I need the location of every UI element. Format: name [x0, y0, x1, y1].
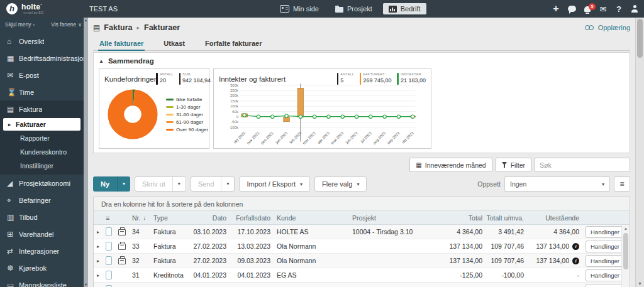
sidebar-item-e-post[interactable]: ✉E-post	[0, 67, 88, 84]
sidebar-item-faktura[interactable]: ▤Faktura	[0, 100, 88, 117]
send-caret-button[interactable]: ▾	[221, 177, 234, 191]
breadcrumb-section[interactable]: Faktura	[104, 23, 132, 32]
mail-icon[interactable]: ✉	[599, 4, 608, 14]
filter-button[interactable]: Filter	[496, 158, 531, 172]
legend-item: Ikke forfalte	[166, 97, 208, 102]
printer-icon[interactable]	[118, 229, 126, 236]
scroll-up-icon[interactable]: ▲	[624, 226, 628, 230]
brand[interactable]: h holte° - en del av EG	[0, 3, 88, 15]
page-scrollbar[interactable]: ▼	[635, 18, 644, 287]
sidebar-item-rapporter[interactable]: Rapporter	[0, 131, 88, 145]
sidebar-item-kjorebok[interactable]: ☸Kjørebok	[0, 259, 88, 276]
sidebar-item-fakturaer[interactable]: ▸Fakturaer	[3, 118, 80, 131]
stat-value: 942 184,94	[182, 78, 211, 84]
column-header-utestaende[interactable]: Utestående	[527, 211, 582, 224]
topbar-nav-prosjekt[interactable]: Prosjekt	[330, 3, 378, 14]
cell-dato: 03.10.2023	[191, 225, 230, 239]
column-header-forfallsdato[interactable]: Forfallsdato	[230, 211, 274, 224]
stat-color-bar	[179, 73, 181, 85]
help-icon[interactable]: ?	[614, 4, 623, 14]
sidebar-item-befaringer[interactable]: ⌖Befaringer	[0, 192, 88, 208]
sidebar-item-kundereskontro[interactable]: Kundereskontro	[0, 145, 88, 159]
new-button[interactable]: Ny▾	[93, 176, 130, 192]
row-expand-icon[interactable]: ▸	[94, 283, 103, 287]
layout-select[interactable]: Ingen▾	[504, 176, 610, 192]
table-scroll-thumb[interactable]	[623, 233, 628, 269]
add-icon[interactable]: +	[552, 4, 560, 14]
notifications-icon[interactable]: 5	[583, 6, 592, 12]
sidebar-item-innstillinger[interactable]: Innstillinger	[0, 159, 88, 173]
scroll-down-icon[interactable]: ▼	[636, 281, 644, 286]
summary-toggle[interactable]: ▲ Sammendrag	[99, 56, 625, 66]
search-input[interactable]	[535, 158, 630, 172]
printer-icon[interactable]	[118, 258, 126, 264]
training-link[interactable]: Opplæring	[585, 24, 630, 31]
sidebar-item-bedriftsadministrasjon[interactable]: ▦Bedriftsadministrasjon	[0, 50, 88, 67]
current-month-button[interactable]: ▦Inneværende måned	[409, 158, 492, 172]
page-scroll-thumb[interactable]	[637, 19, 643, 58]
info-icon[interactable]: i	[572, 257, 579, 264]
more-options-button[interactable]: Flere valg▾	[314, 176, 367, 192]
group-drop-zone[interactable]: Dra en kolonne hit for å sortere på den …	[94, 197, 630, 211]
scroll-up-icon[interactable]: ▲	[84, 18, 87, 22]
tab-alle-fakturaer[interactable]: Alle fakturaer	[98, 36, 145, 51]
row-actions-button[interactable]: Handlinger▾	[586, 241, 621, 252]
row-actions-button[interactable]: Handlinger▾	[586, 226, 621, 238]
sidebar-scrollbar[interactable]: ▲ ▼	[84, 18, 88, 287]
sidebar-item-varehandel[interactable]: ⊞Varehandel	[0, 225, 88, 242]
row-actions-button[interactable]: Handlinger▾	[586, 284, 621, 287]
user-icon[interactable]	[630, 5, 639, 13]
invoice-icon: ▤	[93, 23, 100, 32]
sidebar-item-mannskapsliste[interactable]: ▭Mannskapsliste	[0, 276, 88, 287]
column-header-prosjekt[interactable]: Prosjekt	[349, 211, 445, 224]
svg-text:mai 2023: mai 2023	[330, 131, 345, 145]
tab-forfalte-fakturaer[interactable]: Forfalte fakturaer	[204, 36, 263, 51]
scroll-down-icon[interactable]: ▼	[84, 283, 87, 286]
row-checkbox[interactable]	[106, 227, 112, 236]
tab-utkast[interactable]: Utkast	[162, 36, 186, 51]
row-expand-icon[interactable]: ▸	[94, 225, 103, 239]
print-button-group: Skriv ut ▾	[135, 176, 186, 192]
hide-menu-button[interactable]: Skjul meny‹	[5, 21, 35, 28]
cell-total: 137 134,00	[445, 254, 486, 268]
print-caret-button[interactable]: ▾	[172, 177, 186, 191]
training-label: Opplæring	[598, 24, 630, 31]
row-expand-icon[interactable]: ▸	[94, 268, 103, 282]
layout-menu-button[interactable]: ≡	[614, 176, 630, 192]
row-expand-icon[interactable]: ▸	[94, 254, 103, 268]
send-button[interactable]: Send	[191, 177, 221, 191]
column-header-total[interactable]: Total	[445, 211, 486, 224]
header-menu-icon[interactable]: ≡	[103, 211, 115, 224]
import-export-button[interactable]: Import / Eksport▾	[239, 176, 310, 192]
sidebar-item-time[interactable]: ⌛Time	[0, 84, 88, 100]
table-scrollbar[interactable]: ▲ ▼	[621, 225, 630, 287]
sidebar-item-oversikt[interactable]: ⌂Oversikt	[0, 33, 88, 50]
topbar-nav-min-side[interactable]: Min side	[274, 3, 325, 14]
column-header-nr[interactable]: Nr.↓	[129, 211, 150, 224]
hide-menu-label: Skjul meny	[5, 21, 31, 28]
row-checkbox[interactable]	[106, 256, 112, 265]
show-tabs-button[interactable]: Vis fanene∨	[51, 21, 82, 28]
sidebar-item-integrasjoner[interactable]: ⇄Integrasjoner	[0, 242, 88, 259]
row-checkbox[interactable]	[106, 271, 112, 279]
sidebar-items: ⌂Oversikt▦Bedriftsadministrasjon✉E-post⌛…	[0, 33, 88, 287]
chat-icon[interactable]	[567, 6, 576, 12]
sidebar-item-prosjektokonomi[interactable]: ◢Prosjektøkonomi	[0, 175, 88, 192]
print-button[interactable]: Skriv ut	[135, 177, 172, 191]
row-expand-icon[interactable]: ▸	[94, 239, 103, 253]
column-header-type[interactable]: Type	[150, 211, 191, 224]
caret-down-icon[interactable]: ▾	[117, 176, 130, 192]
row-actions-button[interactable]: Handlinger▾	[586, 255, 621, 267]
printer-icon[interactable]	[118, 244, 126, 250]
stat-sum: SUM942 184,94	[179, 73, 211, 85]
row-checkbox[interactable]	[106, 242, 112, 251]
sidebar-item-tilbud[interactable]: ▥Tilbud	[0, 208, 88, 225]
topbar-nav-bedrift[interactable]: Bedrift	[383, 3, 426, 14]
info-icon[interactable]: i	[572, 243, 579, 250]
caret-down-icon: ▾	[357, 181, 359, 187]
legend-label: Ikke forfalte	[176, 97, 202, 102]
row-actions-button[interactable]: Handlinger▾	[586, 269, 621, 281]
column-header-totalt-u-mva[interactable]: Totalt u/mva.	[486, 211, 527, 224]
column-header-kunde[interactable]: Kunde	[274, 211, 349, 224]
column-header-dato[interactable]: Dato	[191, 211, 230, 224]
